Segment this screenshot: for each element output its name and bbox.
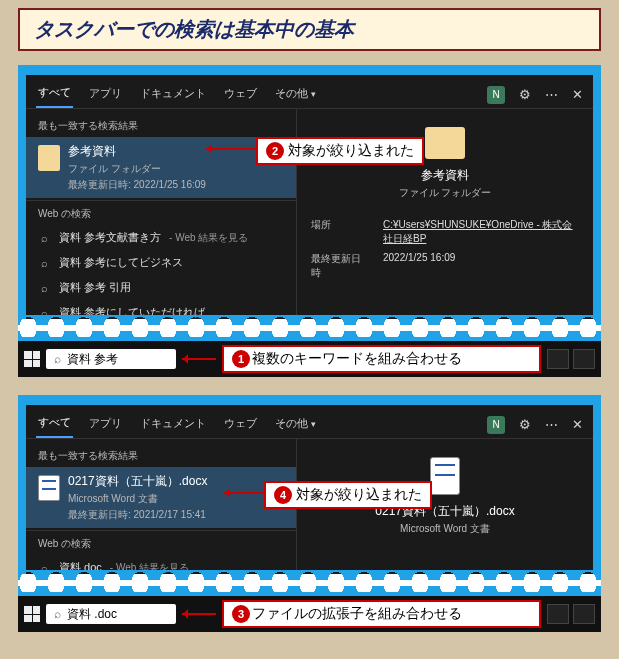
tab-all[interactable]: すべて — [36, 411, 73, 438]
search-icon: ⌕ — [38, 232, 51, 244]
tray-item[interactable] — [547, 349, 569, 369]
tab-more[interactable]: その他 — [273, 82, 318, 107]
close-icon[interactable]: ✕ — [572, 87, 583, 102]
search-tabs: すべて アプリ ドキュメント ウェブ その他 N ⚙ ⋯ ✕ — [26, 405, 593, 438]
system-tray — [547, 349, 595, 369]
start-button[interactable] — [24, 351, 40, 367]
badge-4: 4 — [274, 486, 292, 504]
more-icon[interactable]: ⋯ — [545, 417, 558, 432]
badge-2: 2 — [266, 142, 284, 160]
preview-subtitle: Microsoft Word 文書 — [311, 522, 579, 536]
web-hint: - Web 結果を見る — [169, 231, 248, 245]
web-query: 資料 参考にしてビジネス — [59, 255, 183, 270]
results-column: 最も一致する検索結果 0217資料（五十嵐）.docx Microsoft Wo… — [26, 439, 296, 580]
preview-column: 0217資料（五十嵐）.docx Microsoft Word 文書 — [296, 439, 593, 580]
taskbar: ⌕ 3 ファイルの拡張子を組み合わせる — [18, 596, 601, 632]
taskbar: ⌕ 1 複数のキーワードを組み合わせる — [18, 341, 601, 377]
preview-subtitle: ファイル フォルダー — [311, 186, 579, 200]
meta-value-location[interactable]: C:¥Users¥SHUNSUKE¥OneDrive - 株式会社日経BP — [383, 218, 579, 246]
search-panel: すべて アプリ ドキュメント ウェブ その他 N ⚙ ⋯ ✕ 最も一致する検索結… — [26, 405, 593, 580]
search-icon: ⌕ — [38, 282, 51, 294]
callout-arrow — [182, 358, 216, 360]
callout-1: 1 複数のキーワードを組み合わせる — [222, 345, 541, 373]
torn-edge — [18, 574, 601, 592]
options-icon[interactable]: ⚙ — [519, 417, 531, 432]
web-query: 資料 参考 引用 — [59, 280, 131, 295]
screenshot-1: すべて アプリ ドキュメント ウェブ その他 N ⚙ ⋯ ✕ 最も一致する検索結… — [18, 65, 601, 377]
tab-web[interactable]: ウェブ — [222, 412, 259, 437]
best-match-row[interactable]: 0217資料（五十嵐）.docx Microsoft Word 文書 最終更新日… — [26, 467, 296, 528]
section-web-search: Web の検索 — [26, 203, 296, 225]
callout-3: 3 ファイルの拡張子を組み合わせる — [222, 600, 541, 628]
section-best-match: 最も一致する検索結果 — [26, 445, 296, 467]
web-query: 資料 参考文献書き方 — [59, 230, 161, 245]
word-doc-icon — [430, 457, 460, 495]
torn-edge — [18, 319, 601, 337]
callout-text: 複数のキーワードを組み合わせる — [252, 350, 462, 368]
result-title: 0217資料（五十嵐）.docx — [68, 473, 284, 490]
web-result-row[interactable]: ⌕ 資料 参考にしてビジネス — [26, 250, 296, 275]
account-badge[interactable]: N — [487, 416, 505, 434]
result-meta: 最終更新日時: 2021/2/17 15:41 — [68, 508, 284, 522]
more-icon[interactable]: ⋯ — [545, 87, 558, 102]
meta-label-location: 場所 — [311, 218, 367, 246]
badge-1: 1 — [232, 350, 250, 368]
tray-item[interactable] — [573, 349, 595, 369]
page-title: タスクバーでの検索は基本中の基本 — [18, 8, 601, 51]
result-title: 参考資料 — [68, 143, 284, 160]
folder-icon — [38, 145, 60, 171]
close-icon[interactable]: ✕ — [572, 417, 583, 432]
callout-text: ファイルの拡張子を組み合わせる — [252, 605, 462, 623]
account-badge[interactable]: N — [487, 86, 505, 104]
search-tabs: すべて アプリ ドキュメント ウェブ その他 N ⚙ ⋯ ✕ — [26, 75, 593, 108]
section-best-match: 最も一致する検索結果 — [26, 115, 296, 137]
callout-arrow — [206, 148, 256, 150]
badge-3: 3 — [232, 605, 250, 623]
section-web-search: Web の検索 — [26, 533, 296, 555]
callout-text: 対象が絞り込まれた — [296, 486, 422, 504]
callout-arrow — [182, 613, 216, 615]
taskbar-search[interactable]: ⌕ — [46, 604, 176, 624]
meta-value-updated: 2022/1/25 16:09 — [383, 252, 579, 280]
tab-apps[interactable]: アプリ — [87, 82, 124, 107]
result-subtitle: Microsoft Word 文書 — [68, 492, 284, 506]
result-meta: 最終更新日時: 2022/1/25 16:09 — [68, 178, 284, 192]
tab-documents[interactable]: ドキュメント — [138, 412, 208, 437]
callout-4: 4 対象が絞り込まれた — [264, 481, 432, 509]
result-subtitle: ファイル フォルダー — [68, 162, 284, 176]
tab-apps[interactable]: アプリ — [87, 412, 124, 437]
callout-arrow — [224, 492, 264, 494]
taskbar-search[interactable]: ⌕ — [46, 349, 176, 369]
start-button[interactable] — [24, 606, 40, 622]
search-icon: ⌕ — [38, 257, 51, 269]
tab-documents[interactable]: ドキュメント — [138, 82, 208, 107]
web-result-row[interactable]: ⌕ 資料 参考 引用 — [26, 275, 296, 300]
callout-text: 対象が絞り込まれた — [288, 142, 414, 160]
system-tray — [547, 604, 595, 624]
meta-label-updated: 最終更新日時 — [311, 252, 367, 280]
callout-2: 2 対象が絞り込まれた — [256, 137, 424, 165]
preview-title: 参考資料 — [311, 167, 579, 184]
search-icon: ⌕ — [54, 352, 61, 366]
search-icon: ⌕ — [54, 607, 61, 621]
tray-item[interactable] — [573, 604, 595, 624]
options-icon[interactable]: ⚙ — [519, 87, 531, 102]
tab-all[interactable]: すべて — [36, 81, 73, 108]
folder-icon — [425, 127, 465, 159]
tray-item[interactable] — [547, 604, 569, 624]
tab-web[interactable]: ウェブ — [222, 82, 259, 107]
search-input[interactable] — [67, 607, 157, 621]
word-doc-icon — [38, 475, 60, 501]
tab-more[interactable]: その他 — [273, 412, 318, 437]
screenshot-2: すべて アプリ ドキュメント ウェブ その他 N ⚙ ⋯ ✕ 最も一致する検索結… — [18, 395, 601, 632]
web-result-row[interactable]: ⌕ 資料 参考文献書き方 - Web 結果を見る — [26, 225, 296, 250]
search-panel: すべて アプリ ドキュメント ウェブ その他 N ⚙ ⋯ ✕ 最も一致する検索結… — [26, 75, 593, 325]
search-input[interactable] — [67, 352, 157, 366]
